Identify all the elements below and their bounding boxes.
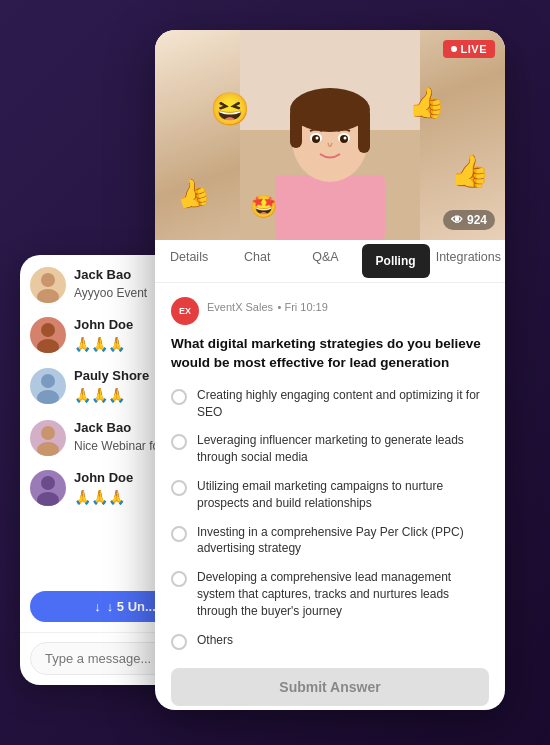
svg-rect-18: [358, 108, 370, 153]
option-text-2: Leveraging influencer marketing to gener…: [197, 432, 489, 466]
poll-option-4[interactable]: Investing in a comprehensive Pay Per Cli…: [171, 524, 489, 558]
avatar: [30, 267, 66, 303]
svg-point-9: [37, 492, 59, 506]
new-messages-label: ↓ 5 Un...: [107, 599, 156, 614]
tab-chat[interactable]: Chat: [223, 240, 291, 282]
option-text-4: Investing in a comprehensive Pay Per Cli…: [197, 524, 489, 558]
avatar: [30, 368, 66, 404]
down-arrow-icon: ↓: [94, 599, 101, 614]
option-text-6: Others: [197, 632, 233, 649]
poll-option-3[interactable]: Utilizing email marketing campaigns to n…: [171, 478, 489, 512]
radio-button-4[interactable]: [171, 526, 187, 542]
person-image: [240, 30, 420, 240]
radio-button-6[interactable]: [171, 634, 187, 650]
submit-answer-button[interactable]: Submit Answer: [171, 668, 489, 706]
option-text-3: Utilizing email marketing campaigns to n…: [197, 478, 489, 512]
poll-option-6[interactable]: Others: [171, 632, 489, 650]
live-dot: [451, 46, 457, 52]
poll-sender-name: EventX Sales: [207, 301, 273, 313]
svg-rect-13: [275, 175, 385, 240]
svg-point-6: [41, 426, 55, 440]
option-text-1: Creating highly engaging content and opt…: [197, 387, 489, 421]
tab-details[interactable]: Details: [155, 240, 223, 282]
tabs-bar: Details Chat Q&A Polling Integrations: [155, 240, 505, 283]
tab-polling[interactable]: Polling: [362, 244, 430, 278]
option-text-5: Developing a comprehensive lead manageme…: [197, 569, 489, 619]
live-badge: LIVE: [443, 40, 495, 58]
avatar: [30, 420, 66, 456]
video-area: ← To Schedule: [155, 30, 505, 240]
svg-point-3: [37, 339, 59, 353]
avatar: [30, 470, 66, 506]
view-count: 👁 924: [443, 210, 495, 230]
poll-icon-label: EX: [179, 306, 191, 316]
tab-qa[interactable]: Q&A: [291, 240, 359, 282]
poll-timestamp: Fri 10:19: [284, 301, 327, 313]
radio-button-3[interactable]: [171, 480, 187, 496]
poll-option-5[interactable]: Developing a comprehensive lead manageme…: [171, 569, 489, 619]
eye-icon: 👁: [451, 213, 463, 227]
avatar: [30, 317, 66, 353]
svg-point-24: [344, 137, 347, 140]
svg-point-7: [37, 442, 59, 456]
svg-rect-17: [290, 108, 302, 148]
video-background: [155, 30, 505, 240]
svg-point-5: [37, 390, 59, 404]
view-count-number: 924: [467, 213, 487, 227]
svg-point-1: [37, 289, 59, 303]
main-panel: ← To Schedule: [155, 30, 505, 710]
poll-option-2[interactable]: Leveraging influencer marketing to gener…: [171, 432, 489, 466]
poll-sender-icon: EX: [171, 297, 199, 325]
svg-point-8: [41, 476, 55, 490]
tab-integrations[interactable]: Integrations: [432, 240, 505, 282]
poll-question: What digital marketing strategies do you…: [171, 335, 489, 373]
svg-point-23: [316, 137, 319, 140]
radio-button-2[interactable]: [171, 434, 187, 450]
radio-button-1[interactable]: [171, 389, 187, 405]
svg-point-4: [41, 374, 55, 388]
poll-content: EX EventX Sales • Fri 10:19 What digital…: [155, 283, 505, 710]
svg-point-2: [41, 323, 55, 337]
poll-header: EX EventX Sales • Fri 10:19: [171, 297, 489, 325]
poll-meta: EventX Sales • Fri 10:19: [207, 297, 328, 315]
poll-option-1[interactable]: Creating highly engaging content and opt…: [171, 387, 489, 421]
svg-point-0: [41, 273, 55, 287]
live-label: LIVE: [461, 43, 487, 55]
radio-button-5[interactable]: [171, 571, 187, 587]
